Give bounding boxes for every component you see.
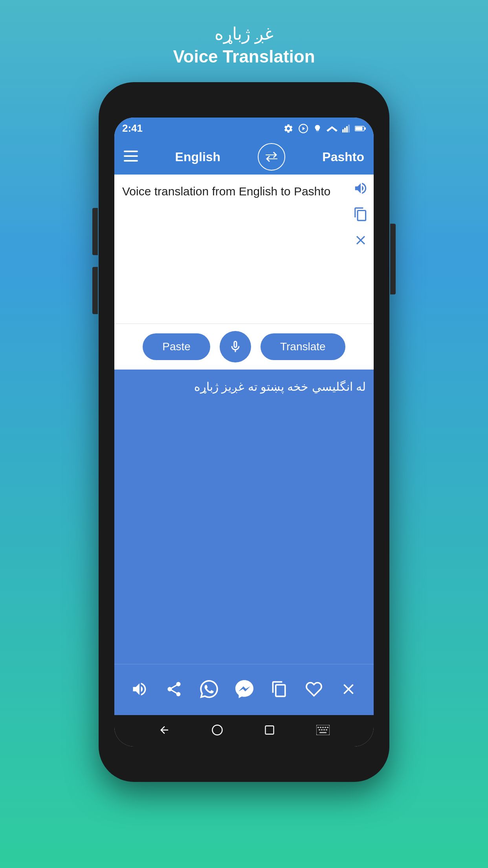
svg-rect-23 (323, 729, 325, 730)
svg-rect-21 (319, 729, 320, 730)
bottom-buttons: Paste Translate (114, 324, 374, 370)
output-area: له انگلیسي خخه پښتو ته غږیز ژباړه (114, 370, 374, 664)
svg-marker-1 (303, 127, 305, 130)
hamburger-menu[interactable] (124, 149, 138, 165)
svg-marker-2 (327, 126, 338, 131)
svg-rect-15 (316, 725, 330, 735)
play-icon (298, 123, 308, 134)
svg-rect-14 (266, 726, 274, 734)
lang-from[interactable]: English (175, 150, 221, 164)
favorite-button[interactable] (305, 680, 323, 699)
svg-rect-17 (320, 727, 321, 728)
svg-rect-8 (356, 127, 363, 130)
svg-rect-22 (321, 729, 323, 730)
bottom-action-bar (114, 664, 374, 715)
settings-icon (283, 123, 294, 134)
svg-rect-19 (325, 727, 326, 728)
input-actions (353, 181, 368, 251)
mic-button[interactable] (220, 331, 251, 362)
nav-recents-button[interactable] (264, 725, 275, 737)
wifi-icon (327, 125, 338, 132)
status-icons (283, 123, 366, 134)
nav-back-button[interactable] (158, 724, 170, 737)
share-button[interactable] (165, 680, 183, 699)
svg-rect-6 (348, 125, 350, 132)
signal-icon (342, 125, 350, 132)
output-close-button[interactable] (340, 680, 357, 699)
phone-wrapper: 2:41 (99, 82, 389, 782)
svg-rect-12 (124, 160, 138, 162)
svg-rect-20 (327, 727, 328, 728)
output-text: له انگلیسي خخه پښتو ته غږیز ژباړه (122, 377, 366, 396)
whatsapp-button[interactable] (200, 680, 218, 700)
download-icon (313, 124, 322, 133)
svg-rect-18 (322, 727, 324, 728)
copy-button[interactable] (353, 207, 368, 225)
app-toolbar: English Pashto (114, 139, 374, 175)
svg-rect-5 (346, 126, 348, 132)
status-time: 2:41 (122, 122, 143, 134)
svg-rect-16 (317, 727, 319, 728)
svg-rect-25 (319, 732, 327, 733)
svg-rect-24 (326, 729, 327, 730)
phone-screen: 2:41 (114, 118, 374, 747)
app-title-english: Voice Translation (173, 47, 315, 66)
nav-keyboard-button[interactable] (316, 725, 330, 737)
nav-bar (114, 715, 374, 747)
app-title-area: غږ ژباړه Voice Translation (173, 0, 315, 66)
svg-point-13 (212, 725, 222, 735)
nav-home-button[interactable] (211, 724, 223, 737)
swap-button[interactable] (258, 143, 285, 171)
output-copy-button[interactable] (271, 680, 288, 699)
battery-icon (355, 125, 366, 132)
svg-rect-4 (344, 128, 346, 132)
input-area: Voice translation from English to Pashto (114, 175, 374, 324)
svg-rect-9 (365, 127, 366, 130)
input-text[interactable]: Voice translation from English to Pashto (122, 182, 342, 237)
messenger-button[interactable] (235, 680, 253, 700)
clear-button[interactable] (353, 233, 368, 251)
paste-button[interactable]: Paste (143, 333, 210, 360)
svg-rect-11 (124, 155, 138, 157)
output-volume-button[interactable] (131, 680, 148, 699)
app-title-pashto: غږ ژباړه (173, 24, 315, 44)
status-bar: 2:41 (114, 118, 374, 139)
translate-button[interactable]: Translate (261, 333, 345, 360)
volume-button[interactable] (353, 181, 368, 199)
svg-rect-10 (124, 151, 138, 152)
lang-to[interactable]: Pashto (322, 150, 364, 164)
svg-rect-3 (342, 129, 344, 132)
